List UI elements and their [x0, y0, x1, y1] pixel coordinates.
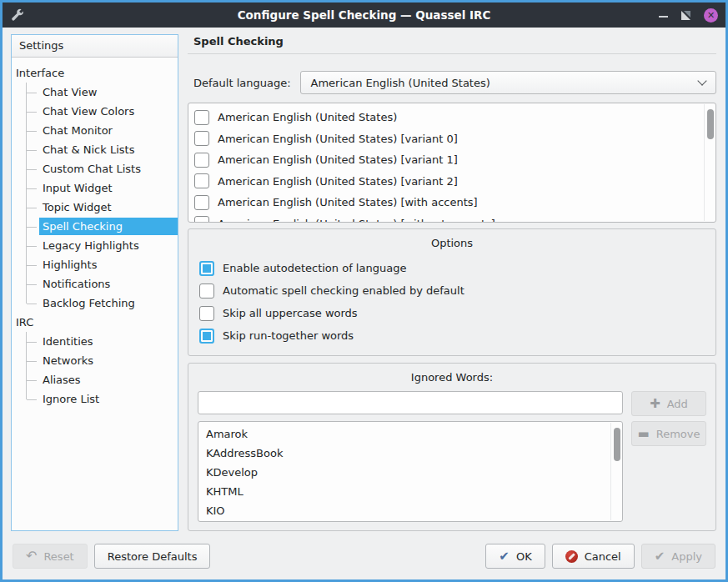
default-language-select[interactable]: American English (United States): [300, 71, 716, 94]
sidebar-item-legacy-highlights[interactable]: Legacy Highlights: [12, 236, 178, 255]
option-skip-run-together[interactable]: Skip run-together words: [198, 324, 706, 347]
dialog-window: Configure Spell Checking — Quassel IRC ✕…: [0, 0, 728, 582]
option-auto-spellcheck-default[interactable]: Automatic spell checking enabled by defa…: [198, 279, 706, 302]
ignored-words-list: Amarok KAddressBook KDevelop KHTML KIO: [198, 421, 623, 522]
default-language-value: American English (United States): [311, 77, 490, 89]
ignored-word-item[interactable]: KDevelop: [206, 463, 609, 482]
sidebar-item-ignore-list[interactable]: Ignore List: [12, 389, 178, 409]
settings-sidebar: Settings Interface Chat View Chat View C…: [11, 34, 178, 531]
language-checkbox[interactable]: [194, 216, 209, 223]
sidebar-item-input-widget[interactable]: Input Widget: [12, 178, 178, 198]
reset-button[interactable]: ↶ Reset: [13, 544, 88, 569]
sidebar-item-notifications[interactable]: Notifications: [12, 274, 178, 294]
scrollbar-thumb[interactable]: [707, 109, 714, 139]
divider: [188, 53, 716, 54]
sidebar-item-topic-widget[interactable]: Topic Widget: [12, 198, 178, 217]
check-icon: ✔: [655, 550, 665, 563]
close-icon[interactable]: ✕: [704, 8, 718, 23]
add-button[interactable]: ✚ Add: [631, 391, 706, 416]
language-list-item[interactable]: American English (United States) [varian…: [194, 171, 702, 193]
language-checkbox[interactable]: [194, 131, 209, 146]
ignored-words-scrollbar[interactable]: [610, 423, 621, 520]
sidebar-item-backlog-fetching[interactable]: Backlog Fetching: [12, 294, 178, 313]
scrollbar-thumb[interactable]: [614, 428, 620, 461]
cancel-icon: [565, 550, 578, 563]
checkbox-unchecked[interactable]: [199, 306, 214, 321]
ok-button[interactable]: ✔ OK: [485, 544, 545, 569]
language-list-item[interactable]: American English (United States) [varian…: [194, 128, 702, 150]
titlebar[interactable]: Configure Spell Checking — Quassel IRC ✕: [3, 3, 725, 28]
page-title: Spell Checking: [188, 34, 716, 53]
sidebar-item-custom-chat-lists[interactable]: Custom Chat Lists: [12, 159, 178, 178]
remove-button[interactable]: ▬ Remove: [631, 421, 706, 446]
language-checkbox[interactable]: [194, 173, 209, 188]
language-list-scrollbar[interactable]: [704, 104, 715, 221]
language-list-item[interactable]: American English (United States) [varian…: [194, 149, 702, 171]
sidebar-header: Settings: [12, 35, 178, 58]
ignored-word-input[interactable]: [198, 391, 623, 414]
window-title: Configure Spell Checking — Quassel IRC: [3, 8, 725, 22]
chevron-down-icon: [697, 76, 706, 85]
ignored-word-item[interactable]: KAddressBook: [206, 444, 609, 463]
sidebar-item-interface[interactable]: Interface: [12, 63, 178, 83]
ignored-word-item[interactable]: KHTML: [206, 482, 609, 501]
ignored-words-group: Ignored Words: ✚ Add Amarok KAddressBook…: [188, 363, 716, 531]
options-group: Options Enable autodetection of language…: [188, 228, 716, 356]
language-list-item[interactable]: American English (United States) [withou…: [194, 213, 702, 223]
spell-checking-page: Spell Checking Default language: America…: [188, 34, 716, 531]
language-list-item[interactable]: American English (United States) [with a…: [194, 192, 702, 213]
checkbox-checked[interactable]: [199, 329, 214, 344]
ignored-word-item[interactable]: KIO: [206, 501, 609, 520]
restore-defaults-button[interactable]: Restore Defaults: [94, 544, 211, 569]
options-group-title: Options: [198, 235, 706, 257]
language-list-item[interactable]: American English (United States): [194, 107, 702, 128]
option-skip-uppercase[interactable]: Skip all uppercase words: [198, 302, 706, 324]
sidebar-item-highlights[interactable]: Highlights: [12, 255, 178, 274]
settings-tree: Interface Chat View Chat View Colors Cha…: [12, 58, 178, 530]
sidebar-item-networks[interactable]: Networks: [12, 351, 178, 370]
sidebar-item-spell-checking[interactable]: Spell Checking: [12, 217, 178, 236]
sidebar-item-aliases[interactable]: Aliases: [12, 370, 178, 389]
language-checkbox[interactable]: [194, 110, 209, 125]
minus-icon: ▬: [638, 428, 650, 440]
sidebar-item-chat-view-colors[interactable]: Chat View Colors: [12, 102, 178, 121]
wrench-icon: [10, 7, 27, 23]
sidebar-item-irc[interactable]: IRC: [12, 313, 178, 332]
sidebar-item-identities[interactable]: Identities: [12, 332, 178, 351]
sidebar-item-chat-view[interactable]: Chat View: [12, 83, 178, 102]
default-language-label: Default language:: [193, 77, 291, 89]
undo-icon: ↶: [26, 549, 37, 563]
option-autodetect-language[interactable]: Enable autodetection of language: [198, 257, 706, 279]
language-list: American English (United States) America…: [188, 103, 716, 223]
checkbox-checked[interactable]: [199, 261, 214, 276]
check-icon: ✔: [499, 550, 510, 563]
apply-button[interactable]: ✔ Apply: [641, 544, 715, 569]
ignored-words-title: Ignored Words:: [198, 369, 706, 391]
plus-icon: ✚: [650, 398, 660, 410]
button-bar: ↶ Reset Restore Defaults ✔ OK Cancel ✔ A…: [3, 539, 725, 579]
sidebar-item-chat-nick-lists[interactable]: Chat & Nick Lists: [12, 140, 178, 159]
language-checkbox[interactable]: [194, 195, 209, 210]
checkbox-unchecked[interactable]: [199, 283, 214, 299]
minimize-icon[interactable]: [659, 16, 668, 18]
ignored-word-item[interactable]: Amarok: [206, 424, 609, 444]
cancel-button[interactable]: Cancel: [552, 544, 635, 569]
sidebar-item-chat-monitor[interactable]: Chat Monitor: [12, 121, 178, 140]
restore-icon[interactable]: [680, 10, 691, 21]
language-checkbox[interactable]: [194, 153, 209, 168]
